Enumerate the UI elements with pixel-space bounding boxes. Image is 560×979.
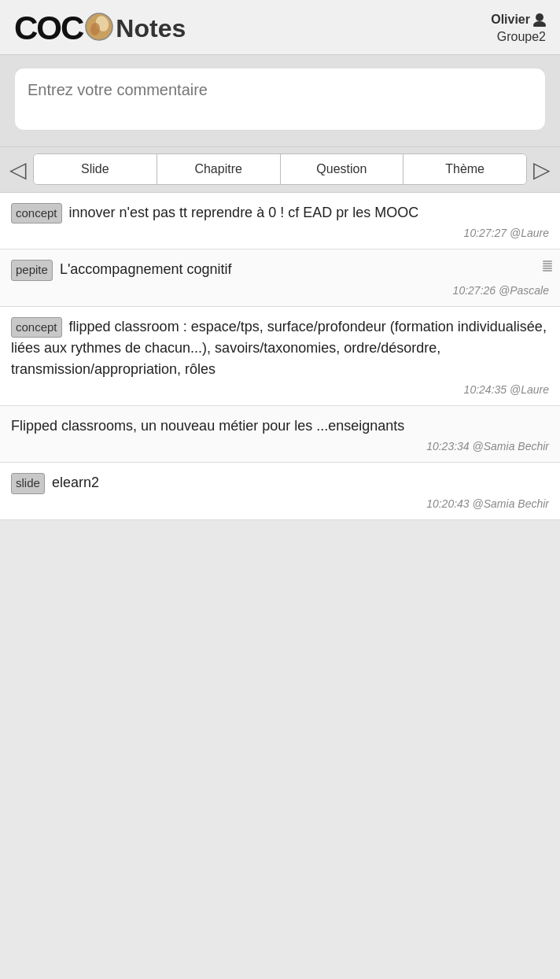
note-tag: concept [11,317,62,338]
svg-point-3 [536,13,543,21]
header: COC Notes Olivier Groupe2 [0,0,560,55]
note-text: elearn2 [52,475,99,490]
logo-coco-text: COC [14,12,83,45]
notes-list: concept innover n'est pas tt reprendre à… [0,193,560,520]
comment-input[interactable] [14,68,546,131]
user-group-label: Groupe2 [491,28,546,46]
note-text: L'accompagnement cognitif [60,261,232,277]
prev-arrow-button[interactable]: ◁ [3,153,33,186]
note-text: innover n'est pas tt reprendre à 0 ! cf … [69,205,419,220]
note-meta: 10:23:34 @Samia Bechir [11,440,549,453]
note-text: Flipped classrooms, un nouveau métier po… [11,418,404,434]
comment-section [0,55,560,147]
note-content: Flipped classrooms, un nouveau métier po… [11,416,549,437]
user-name-label: Olivier [491,11,530,28]
tab-slide[interactable]: Slide [34,154,157,184]
note-item: slide elearn2 10:20:43 @Samia Bechir [0,463,560,520]
note-content: concept innover n'est pas tt reprendre à… [11,202,549,224]
note-meta: 10:27:27 @Laure [11,227,549,239]
user-icon [533,13,546,27]
logo-notes-text: Notes [116,14,186,43]
note-meta: 10:24:35 @Laure [11,383,549,396]
note-item: concept flipped classroom : espace/tps, … [0,307,560,407]
username: Olivier [491,11,546,28]
note-tag: concept [11,203,62,224]
tab-theme[interactable]: Thème [403,154,526,184]
note-item: pepite L'accompagnement cognitif 10:27:2… [0,249,560,307]
note-content: slide elearn2 [11,472,549,494]
filter-tabs-container: Slide Chapitre Question Thème [33,153,527,185]
user-info: Olivier Groupe2 [491,11,546,46]
tab-question[interactable]: Question [281,154,404,184]
coconut-icon [84,12,114,42]
note-meta: 10:27:26 @Pascale [11,284,549,297]
note-item: concept innover n'est pas tt reprendre à… [0,193,560,250]
note-content: pepite L'accompagnement cognitif [11,259,549,281]
svg-point-4 [533,21,546,27]
next-arrow-button[interactable]: ▷ [527,153,557,186]
logo-container: COC Notes [14,12,186,45]
note-text: flipped classroom : espace/tps, surface/… [11,319,547,378]
note-item: Flipped classrooms, un nouveau métier po… [0,406,560,463]
note-meta: 10:20:43 @Samia Bechir [11,497,549,510]
filter-row: ◁ Slide Chapitre Question Thème ▷ [0,147,560,193]
drag-handle[interactable] [543,260,552,272]
note-tag: slide [11,473,45,494]
note-content: concept flipped classroom : espace/tps, … [11,316,549,381]
note-tag: pepite [11,260,53,281]
tab-chapitre[interactable]: Chapitre [157,154,281,184]
